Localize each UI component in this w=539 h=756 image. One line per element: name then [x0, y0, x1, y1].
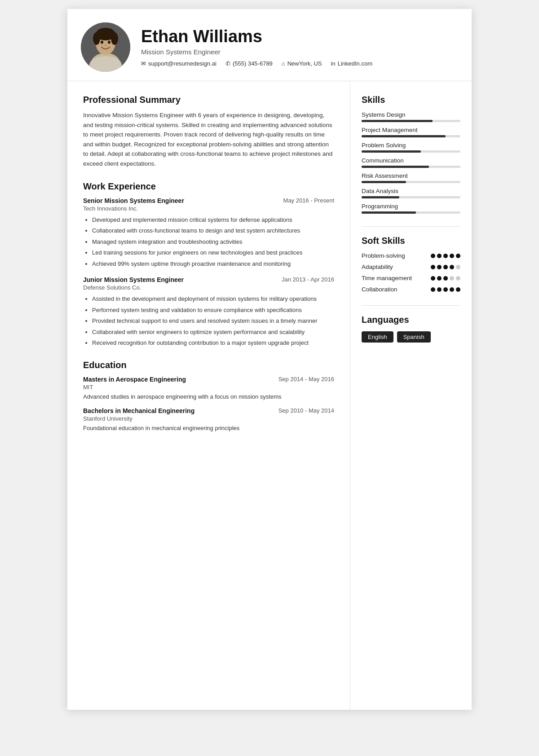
dot-filled [437, 276, 442, 281]
dot-empty [450, 276, 454, 281]
dot-filled [456, 287, 460, 292]
header-info: Ethan Williams Mission Systems Engineer … [141, 27, 454, 67]
skill-dots [431, 254, 460, 258]
skill-bar [362, 135, 460, 137]
soft-skill-name: Problem-solving [362, 252, 405, 259]
edu-description: Advanced studies in aerospace engineerin… [83, 392, 334, 401]
location-value: NewYork, US [287, 60, 322, 67]
education-title: Education [83, 360, 334, 370]
education-item: Masters in Aerospace EngineeringSep 2014… [83, 376, 334, 401]
job-title: Junior Mission Systems Engineer [83, 276, 184, 283]
work-experience-section: Work Experience Senior Mission Systems E… [83, 181, 334, 347]
edu-degree: Bachelors in Mechanical Engineering [83, 407, 194, 414]
job-item: Junior Mission Systems EngineerJan 2013 … [83, 276, 334, 347]
job-bullet: Received recognition for outstanding con… [92, 338, 334, 347]
skill-name: Project Management [362, 127, 460, 133]
edu-school: Stanford University [83, 415, 334, 422]
job-company: Tech Innovations Inc. [83, 205, 334, 212]
job-bullet: Collaborated with senior engineers to op… [92, 328, 334, 337]
skill-item: Risk Assessment [362, 172, 460, 183]
job-bullet: Assisted in the development and deployme… [92, 294, 334, 303]
skill-name: Communication [362, 157, 460, 164]
soft-skills-title: Soft Skills [362, 236, 460, 246]
email-value: support@resumedesign.ai [148, 60, 216, 67]
resume-header: Ethan Williams Mission Systems Engineer … [67, 9, 472, 81]
edu-degree: Masters in Aerospace Engineering [83, 376, 186, 383]
dot-filled [456, 254, 460, 258]
skills-title: Skills [362, 95, 460, 105]
candidate-title: Mission Systems Engineer [141, 48, 454, 56]
summary-text: Innovative Mission Systems Engineer with… [83, 110, 334, 169]
skill-bar [362, 120, 460, 122]
right-column: Skills Systems DesignProject ManagementP… [350, 81, 472, 710]
dot-empty [456, 265, 460, 269]
skill-item: Data Analysis [362, 188, 460, 198]
education-section: Education Masters in Aerospace Engineeri… [83, 360, 334, 433]
languages-title: Languages [362, 315, 460, 325]
dot-filled [450, 287, 454, 292]
soft-skill-item: Problem-solving [362, 252, 460, 259]
soft-skill-name: Collaboration [362, 286, 398, 293]
dot-filled [437, 287, 442, 292]
language-tag: Spanish [397, 331, 431, 343]
linkedin-icon: in [331, 60, 336, 67]
skill-fill [362, 181, 406, 183]
dot-filled [437, 254, 442, 258]
edu-description: Foundational education in mechanical eng… [83, 424, 334, 433]
work-experience-title: Work Experience [83, 181, 334, 192]
dot-filled [431, 276, 435, 281]
svg-point-7 [101, 41, 103, 44]
job-title: Senior Mission Systems Engineer [83, 197, 184, 204]
dot-filled [443, 254, 448, 258]
skills-list: Systems DesignProject ManagementProblem … [362, 111, 460, 214]
avatar [81, 22, 130, 72]
dot-filled [431, 265, 435, 269]
job-bullet: Provided technical support to end users … [92, 316, 334, 325]
job-bullet: Developed and implemented mission critic… [92, 215, 334, 224]
divider-1 [362, 226, 460, 227]
soft-skill-item: Collaboration [362, 286, 460, 293]
job-dates: May 2016 - Present [283, 197, 334, 204]
contact-list: ✉ support@resumedesign.ai ✆ (555) 345-67… [141, 60, 454, 67]
svg-point-9 [105, 44, 106, 47]
svg-point-8 [108, 41, 110, 44]
edu-dates: Sep 2014 - May 2016 [278, 376, 334, 382]
jobs-list: Senior Mission Systems EngineerMay 2016 … [83, 197, 334, 347]
email-icon: ✉ [141, 60, 146, 67]
dot-filled [431, 254, 435, 258]
job-dates: Jan 2013 - Apr 2016 [282, 276, 334, 283]
soft-skills-list: Problem-solvingAdaptabilityTime manageme… [362, 252, 460, 293]
skill-bar [362, 181, 460, 183]
summary-section: Professional Summary Innovative Mission … [83, 95, 334, 169]
languages-section: Languages EnglishSpanish [362, 315, 460, 343]
skill-fill [362, 150, 421, 153]
location-icon: ⌂ [282, 60, 285, 67]
job-item: Senior Mission Systems EngineerMay 2016 … [83, 197, 334, 268]
dot-filled [450, 265, 454, 269]
skill-bar [362, 150, 460, 153]
edu-school: MIT [83, 384, 334, 391]
soft-skill-name: Time management [362, 275, 412, 281]
skill-dots [431, 276, 460, 281]
skill-item: Project Management [362, 127, 460, 137]
language-tag: English [362, 331, 393, 343]
job-bullets: Assisted in the development and deployme… [83, 294, 334, 347]
dot-filled [443, 276, 448, 281]
job-bullet: Led training sessions for junior enginee… [92, 248, 334, 257]
skill-bar [362, 166, 460, 168]
skill-name: Risk Assessment [362, 172, 460, 179]
skill-item: Systems Design [362, 111, 460, 122]
contact-location: ⌂ NewYork, US [282, 60, 322, 67]
contact-linkedin: in LinkedIn.com [331, 60, 372, 67]
dot-empty [456, 276, 460, 281]
phone-value: (555) 345-6789 [233, 60, 273, 67]
contact-email: ✉ support@resumedesign.ai [141, 60, 216, 67]
soft-skill-name: Adaptability [362, 264, 393, 270]
summary-title: Professional Summary [83, 95, 334, 105]
skill-fill [362, 120, 433, 122]
divider-2 [362, 305, 460, 306]
skill-item: Communication [362, 157, 460, 168]
soft-skill-item: Time management [362, 275, 460, 281]
svg-point-6 [111, 32, 118, 45]
skill-dots [431, 287, 460, 292]
